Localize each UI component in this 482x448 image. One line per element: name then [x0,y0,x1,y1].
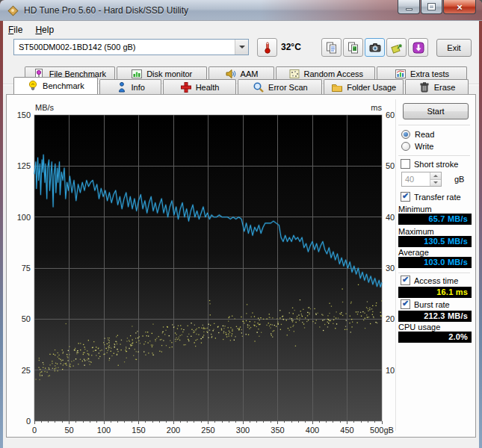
tab-aam[interactable]: AAM [208,66,275,80]
client-area: File Help ST500DM002-1BD142 (500 gB) 32°… [3,21,479,448]
temperature-value: 32°C [281,42,301,52]
copy-text-button[interactable] [321,38,342,57]
svg-text:350: 350 [271,426,284,435]
minimum-label: Minimum [398,205,432,214]
access-time-label: Access time [414,276,458,285]
tab-disk-monitor[interactable]: Disk monitor [117,66,207,80]
save-icon [391,42,403,54]
svg-text:50: 50 [22,314,31,323]
minimize-icon [406,8,413,10]
start-button[interactable]: Start [403,103,469,119]
svg-text:300: 300 [236,426,250,435]
burst-rate-value: 212.3 MB/s [398,311,472,322]
erase-trash-icon [418,81,430,93]
short-stroke-unit: gB [454,175,464,184]
maximize-icon [428,4,435,10]
svg-text:20: 20 [386,314,395,323]
spin-up-button[interactable] [430,172,441,180]
tab-erase[interactable]: Erase [405,79,469,94]
access-time-checkbox[interactable] [401,276,410,285]
svg-text:10: 10 [386,366,395,375]
transfer-rate-checkbox[interactable] [401,192,410,202]
svg-text:30: 30 [386,264,395,273]
copy-image-button[interactable] [343,38,363,57]
app-icon [7,4,19,16]
close-button[interactable]: × [443,0,476,14]
panel-divider [395,99,397,431]
short-stroke-checkbox[interactable] [401,159,410,169]
maximize-button[interactable] [421,0,442,14]
tab-row-bottom: BenchmarkInfoHealthError ScanFolder Usag… [13,79,469,94]
tab-health[interactable]: Health [163,79,237,94]
write-label: Write [415,142,433,151]
tab-error-scan[interactable]: Error Scan [238,79,322,94]
average-value: 103.0 MB/s [398,257,472,268]
app-window: HD Tune Pro 5.60 - Hard Disk/SSD Utility… [0,0,482,448]
svg-text:MB/s: MB/s [35,103,55,112]
menu-bar: File Help [3,22,479,37]
access-time-value: 16.1 ms [398,287,472,298]
screenshot-button[interactable] [365,38,385,57]
close-icon: × [457,1,463,13]
copy-image-icon [347,42,359,54]
maximum-label: Maximum [398,227,434,236]
download-arrow-icon [413,42,424,54]
save-results-button[interactable] [386,38,407,57]
read-radio[interactable] [401,130,410,139]
benchmark-bulb-icon [27,80,39,92]
svg-text:200: 200 [167,426,180,435]
info-icon [116,81,128,93]
temperature-button[interactable] [257,38,277,57]
tab-info[interactable]: Info [99,79,161,94]
svg-text:100: 100 [97,426,111,435]
write-radio[interactable] [401,142,410,151]
speaker-icon [225,68,237,80]
short-stroke-value: 40 [402,172,430,186]
svg-text:60: 60 [386,111,395,119]
svg-text:150: 150 [132,426,145,435]
menu-help[interactable]: Help [30,22,59,37]
tab-benchmark[interactable]: Benchmark [13,77,98,94]
minimize-button[interactable] [398,0,420,14]
arrow-up-icon [433,175,438,177]
svg-text:40: 40 [386,213,395,222]
svg-text:50: 50 [386,161,395,170]
transfer-rate-label: Transfer rate [414,193,461,202]
benchmark-chart: 0255075100125150MB/s102030405060ms050100… [7,95,398,437]
drive-selector[interactable]: ST500DM002-1BD142 (500 gB) [13,39,249,55]
burst-rate-checkbox[interactable] [401,299,410,309]
svg-text:50: 50 [64,426,73,435]
svg-text:0: 0 [32,426,37,435]
svg-text:0: 0 [26,417,31,426]
short-stroke-label: Short stroke [414,160,458,169]
read-label: Read [415,130,434,139]
random-access-icon [288,68,300,80]
cpu-usage-label: CPU usage [398,323,440,332]
arrow-down-icon [433,181,438,184]
drive-selector-dropdown[interactable] [235,40,248,55]
benchmark-panel: 0255075100125150MB/s102030405060ms050100… [6,94,476,438]
tab-extra-tests[interactable]: Extra tests [377,66,467,80]
copy-text-icon [326,42,338,54]
chevron-down-icon [239,46,245,49]
minimum-value: 65.7 MB/s [398,214,472,225]
download-button[interactable] [408,38,428,57]
title-bar[interactable]: HD Tune Pro 5.60 - Hard Disk/SSD Utility… [0,0,482,21]
svg-text:125: 125 [17,161,31,170]
maximum-value: 130.5 MB/s [398,236,472,247]
svg-text:25: 25 [22,366,31,375]
spin-down-button[interactable] [430,180,441,187]
tab-random-access[interactable]: Random Access [276,66,375,80]
exit-button[interactable]: Exit [436,39,472,57]
short-stroke-amount[interactable]: 40 [401,172,442,187]
tab-folder-usage[interactable]: Folder Usage [324,79,404,94]
svg-text:500gB: 500gB [370,426,394,435]
menu-file[interactable]: File [3,22,28,37]
svg-text:250: 250 [201,426,214,435]
svg-text:450: 450 [340,426,353,435]
camera-icon [369,42,381,54]
extra-tests-icon [395,68,407,80]
svg-text:150: 150 [17,111,31,119]
svg-text:100: 100 [17,213,31,222]
error-scan-icon [253,81,265,93]
